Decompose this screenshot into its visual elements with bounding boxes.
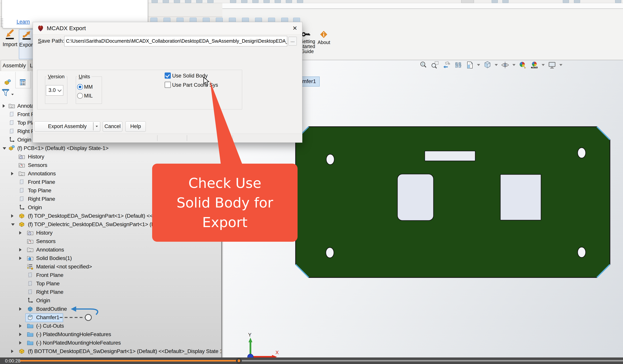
apply-scene-dropdown-caret[interactable] xyxy=(542,64,545,66)
display-style-icon[interactable] xyxy=(483,61,492,69)
pcb-board-model xyxy=(295,126,611,278)
key-icon xyxy=(301,30,311,40)
radio-mm-label: MM xyxy=(84,84,93,90)
tree-item-top-plane[interactable]: Top Plane xyxy=(0,279,222,288)
filter-dropdown-caret xyxy=(11,94,14,95)
feature-callout-annotation xyxy=(19,300,110,327)
edit-appearance-icon[interactable] xyxy=(519,61,527,69)
svg-text:A: A xyxy=(21,173,22,176)
tree-filter-button[interactable] xyxy=(1,88,25,99)
tree-item-f-bottom-desktopeda-swdesignpart-1-default-default-display-state-1[interactable]: (f) BOTTOM_DesktopEDA_SwDesignPart<1> (D… xyxy=(0,347,222,356)
toolbar-icon-stub[interactable] xyxy=(264,0,270,3)
close-icon[interactable]: ✕ xyxy=(291,24,299,32)
video-timestamp: 0:00:28 xyxy=(5,358,20,364)
collapse-arrow-icon[interactable] xyxy=(11,223,15,226)
hide-show-items-dropdown-caret[interactable] xyxy=(512,64,515,66)
heads-up-view-toolbar xyxy=(419,61,562,69)
view-settings-icon[interactable] xyxy=(548,61,556,69)
zoom-to-fit-icon[interactable] xyxy=(419,61,428,69)
propertymanager-tab-icon[interactable] xyxy=(19,79,26,86)
tree-item-platedmountingholefeatures[interactable]: (-) PlatedMountingHoleFeatures xyxy=(0,330,222,339)
help-button[interactable]: Help xyxy=(125,121,146,132)
tab-assembly[interactable]: Assembly xyxy=(1,60,28,71)
toolbar-icon-stub[interactable] xyxy=(275,0,281,3)
origin-icon xyxy=(19,204,25,211)
previous-view-icon[interactable] xyxy=(442,61,451,69)
apply-scene-icon[interactable] xyxy=(530,61,538,69)
import-button[interactable]: Import xyxy=(2,29,18,47)
board-cutout-right xyxy=(500,174,541,220)
video-progress-track[interactable] xyxy=(239,360,623,362)
expand-arrow-icon[interactable] xyxy=(19,257,22,260)
tree-item-label: Top Plane xyxy=(36,280,60,287)
tree-item-material-not-specified[interactable]: Material <not specified> xyxy=(0,262,222,271)
tree-item-label: Origin xyxy=(28,204,42,211)
tree-item-label: Annotations xyxy=(36,247,64,253)
toolbar-icon-stub[interactable] xyxy=(502,0,509,3)
toolbar-icon-stub[interactable] xyxy=(563,0,569,3)
expand-arrow-icon[interactable] xyxy=(11,350,13,353)
export-button[interactable]: Export xyxy=(19,29,35,59)
use-solid-body-checkbox[interactable] xyxy=(165,72,171,79)
annotations-icon: A xyxy=(19,170,25,177)
video-progress-fill[interactable] xyxy=(20,360,239,362)
video-playhead[interactable] xyxy=(236,358,242,364)
toolbar-icon-stub[interactable] xyxy=(574,0,580,3)
tree-item-label: Sensors xyxy=(28,162,47,168)
use-part-coord-sys-checkbox[interactable] xyxy=(165,82,171,88)
toolbar-pressed-button[interactable] xyxy=(461,0,474,3)
toolbar-icon-stub[interactable] xyxy=(297,0,303,3)
plane-icon xyxy=(19,179,25,185)
toolbar-icon-stub[interactable] xyxy=(185,0,191,3)
tree-item-right-plane[interactable]: Right Plane xyxy=(0,288,222,296)
expand-arrow-icon[interactable] xyxy=(19,231,22,235)
toolbar-icon-stub[interactable] xyxy=(152,0,158,3)
tree-item-nonplatedmountingholefeatures[interactable]: (-) NonPlatedMountingHoleFeatures xyxy=(0,339,222,347)
toolbar-icon-stub[interactable] xyxy=(615,0,621,3)
learn-link[interactable]: Learn xyxy=(17,19,30,25)
export-dropdown-caret[interactable] xyxy=(96,126,98,127)
origin-icon xyxy=(8,136,15,143)
tree-item-front-plane[interactable]: Front Plane xyxy=(0,271,222,279)
solidbodies-icon xyxy=(27,255,33,261)
tree-item-label: Annotations xyxy=(28,171,56,177)
tree-item-f-pcb-1-default-display-state-1[interactable]: (f) PCB<1> (Default) <Display State-1> xyxy=(0,144,222,152)
export-assembly-button[interactable]: Export Assembly xyxy=(34,121,100,132)
about-button[interactable]: About xyxy=(315,40,333,45)
view-orientation-dropdown-caret[interactable] xyxy=(477,64,480,66)
expand-arrow-icon[interactable] xyxy=(19,248,22,252)
radio-mm[interactable] xyxy=(77,84,83,90)
radio-mil[interactable] xyxy=(77,93,83,99)
view-settings-dropdown-caret[interactable] xyxy=(559,64,562,66)
toolbar-icon-stub[interactable] xyxy=(207,0,214,3)
display-style-dropdown-caret[interactable] xyxy=(495,64,498,66)
expand-arrow-icon[interactable] xyxy=(19,333,22,336)
toolbar-icon-stub[interactable] xyxy=(286,0,292,3)
toolbar-icon-stub[interactable] xyxy=(241,0,247,3)
cancel-button[interactable]: Cancel xyxy=(103,121,122,132)
expand-arrow-icon[interactable] xyxy=(11,214,13,218)
zoom-to-area-icon[interactable] xyxy=(431,61,439,69)
section-view-icon[interactable] xyxy=(454,61,462,69)
tree-item-annotations[interactable]: AAnnotations xyxy=(0,246,222,254)
toolbar-icon-stub[interactable] xyxy=(174,0,180,3)
toolbar-icon-stub[interactable] xyxy=(230,0,236,3)
toolbar-icon-stub[interactable] xyxy=(252,0,259,3)
expand-arrow-icon[interactable] xyxy=(11,172,13,175)
collapse-arrow-icon[interactable] xyxy=(3,147,6,150)
featuremanager-tab-icon[interactable] xyxy=(4,79,11,86)
version-select[interactable]: 3.0 xyxy=(46,85,63,96)
tree-item-history[interactable]: History xyxy=(0,152,222,161)
browse-button[interactable]: ... xyxy=(288,37,297,45)
expand-arrow-icon[interactable] xyxy=(19,341,22,344)
save-path-input[interactable]: C:\Users\SarithaD\Documents\MCADX_Collab… xyxy=(64,36,287,46)
toolbar-icon-stub[interactable] xyxy=(492,0,498,3)
toolbar-icon-stub[interactable] xyxy=(196,0,202,3)
hide-show-items-icon[interactable] xyxy=(501,61,509,69)
expand-arrow-icon[interactable] xyxy=(3,104,5,108)
toolbar-drag-handle[interactable] xyxy=(0,18,3,27)
tree-item-solid-bodies-1[interactable]: Solid Bodies(1) xyxy=(0,254,222,262)
dialog-title-bar[interactable]: MCADX Export ✕ xyxy=(33,22,302,35)
toolbar-icon-stub[interactable] xyxy=(163,0,169,3)
view-orientation-icon[interactable] xyxy=(466,61,474,69)
